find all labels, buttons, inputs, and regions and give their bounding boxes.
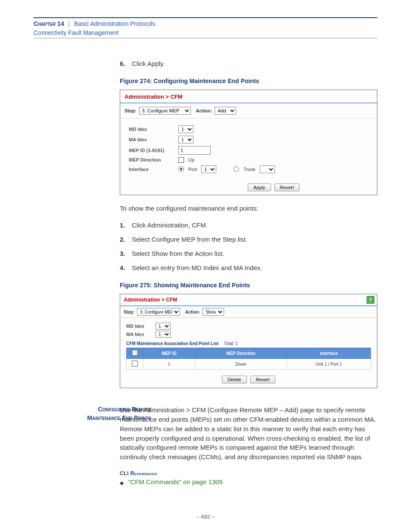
breadcrumb-row: Administration > CFM ? bbox=[120, 294, 377, 305]
table-header-row: MEP ID MEP Direction Interface bbox=[127, 348, 371, 359]
help-icon[interactable]: ? bbox=[367, 296, 374, 304]
header-bottom-rule bbox=[34, 38, 377, 38]
step-action-row: Step: 3. Configure MEP Action: Show bbox=[120, 306, 377, 318]
step-select[interactable]: 3. Configure MEP bbox=[137, 308, 180, 316]
ma-idex-select[interactable]: 1 bbox=[156, 331, 171, 338]
step-number: 6. bbox=[120, 60, 128, 67]
page-number: – 492 – bbox=[34, 513, 377, 520]
breadcrumb: Administration > CFM bbox=[124, 297, 177, 303]
ma-idex-label: MA Idex bbox=[126, 332, 152, 337]
step-4: 4. Select an entry from MD Index and MA … bbox=[120, 264, 377, 271]
select-all-checkbox[interactable] bbox=[132, 350, 138, 356]
form-footer: Delete Revert bbox=[120, 371, 377, 388]
form-body: MD Idex 1 MA Idex 1 CFM Maintenance Asso… bbox=[120, 318, 377, 371]
col-mep-id: MEP ID bbox=[143, 348, 195, 359]
cell-mep-id: 1 bbox=[143, 359, 195, 370]
port-select[interactable]: 1 bbox=[201, 165, 216, 173]
ma-idex-select[interactable]: 1 bbox=[178, 136, 193, 143]
step-3: 3. Select Show from the Action list. bbox=[120, 250, 377, 257]
cli-link[interactable]: "CFM Commands" on page 1309 bbox=[128, 478, 223, 485]
step-number: 3. bbox=[120, 250, 128, 257]
cli-bullet: ◆ "CFM Commands" on page 1309 bbox=[120, 478, 377, 488]
breadcrumb: Administration > CFM bbox=[120, 90, 377, 103]
md-idex-label: MD Idex bbox=[129, 127, 174, 132]
header-subtitle: Connectivity Fault Management bbox=[34, 29, 377, 36]
main-content: 6. Click Apply. Figure 274: Configuring … bbox=[120, 60, 377, 389]
row-checkbox[interactable] bbox=[132, 361, 138, 367]
section-body: Use the Administration > CFM (Configure … bbox=[120, 405, 377, 462]
interface-label: Interface bbox=[129, 167, 174, 172]
mep-table: MEP ID MEP Direction Interface 1 Down Un… bbox=[126, 348, 371, 370]
action-select[interactable]: Show bbox=[202, 308, 224, 316]
form-body: MD Idex 1 MA Idex 1 MEP ID (1-8191) MEP … bbox=[120, 118, 377, 180]
step-number: 4. bbox=[120, 264, 128, 271]
step-text: Select Show from the Action list. bbox=[132, 250, 224, 257]
diamond-icon: ◆ bbox=[120, 478, 124, 488]
step-label: Step: bbox=[124, 310, 134, 314]
list-title-row: CFM Maintenance Association End Point Li… bbox=[126, 341, 371, 346]
delete-button[interactable]: Delete bbox=[222, 376, 247, 383]
page: Chapter 14 | Basic Administration Protoc… bbox=[0, 0, 411, 532]
action-label: Action: bbox=[196, 108, 212, 113]
figure-274-screenshot: Administration > CFM Step: 3. Configure … bbox=[120, 90, 377, 195]
remote-mep-section: Configuring Remote Maintenance End Point… bbox=[34, 405, 377, 488]
header-top-rule bbox=[34, 17, 377, 18]
col-interface: Interface bbox=[287, 348, 371, 359]
mep-direction-checkbox[interactable] bbox=[178, 157, 184, 163]
chapter-label: Chapter 14 bbox=[34, 20, 64, 27]
cell-interface: Unit 1 / Port 1 bbox=[287, 359, 371, 370]
list-total: Total: 1 bbox=[224, 341, 238, 346]
port-label: Port bbox=[188, 167, 197, 172]
step-6: 6. Click Apply. bbox=[120, 60, 377, 67]
step-action-row: Step: 3. Configure MEP Action: Add bbox=[120, 103, 377, 118]
trunk-select[interactable] bbox=[260, 165, 275, 173]
figure-275-caption: Figure 275: Showing Maintenance End Poin… bbox=[120, 282, 377, 289]
action-select[interactable]: Add bbox=[215, 107, 236, 115]
step-number: 1. bbox=[120, 221, 128, 229]
step-text: Select Configure MEP from the Step list. bbox=[132, 236, 247, 243]
select-all-header bbox=[127, 348, 143, 359]
revert-button[interactable]: Revert bbox=[250, 376, 275, 383]
figure-275-screenshot: Administration > CFM ? Step: 3. Configur… bbox=[120, 294, 377, 388]
header-title: Basic Administration Protocols bbox=[74, 20, 155, 27]
action-label: Action: bbox=[185, 310, 200, 314]
step-number: 2. bbox=[120, 236, 128, 243]
trunk-radio[interactable] bbox=[234, 166, 239, 172]
section-heading: Configuring Remote Maintenance End Point… bbox=[67, 405, 151, 422]
figure-274-caption: Figure 274: Configuring Maintenance End … bbox=[120, 78, 377, 84]
step-1: 1. Click Administration, CFM. bbox=[120, 221, 377, 229]
step-select[interactable]: 3. Configure MEP bbox=[139, 107, 191, 115]
step-text: Click Administration, CFM. bbox=[132, 221, 208, 229]
port-radio[interactable] bbox=[178, 166, 184, 172]
intro-paragraph-2: To show the configured maintenance end p… bbox=[120, 204, 377, 213]
ma-idex-label: MA Idex bbox=[129, 137, 174, 142]
form-footer: Apply Revert bbox=[120, 180, 377, 195]
mep-direction-value: Up bbox=[188, 157, 194, 162]
step-text: Click Apply. bbox=[132, 60, 165, 67]
md-idex-select[interactable]: 1 bbox=[156, 323, 171, 330]
table-row: 1 Down Unit 1 / Port 1 bbox=[127, 359, 371, 370]
list-title: CFM Maintenance Association End Point Li… bbox=[126, 341, 218, 346]
col-mep-direction: MEP Direction bbox=[195, 348, 287, 359]
cli-references-heading: CLI References bbox=[120, 470, 377, 476]
row-select-cell bbox=[127, 359, 143, 370]
apply-button[interactable]: Apply bbox=[248, 184, 271, 191]
mep-id-label: MEP ID (1-8191) bbox=[129, 148, 174, 153]
separator: | bbox=[66, 20, 73, 27]
md-idex-select[interactable]: 1 bbox=[178, 125, 193, 133]
cell-mep-direction: Down bbox=[195, 359, 287, 370]
header-line-1: Chapter 14 | Basic Administration Protoc… bbox=[34, 20, 377, 28]
revert-button[interactable]: Revert bbox=[274, 184, 299, 191]
step-label: Step: bbox=[125, 108, 137, 113]
step-2: 2. Select Configure MEP from the Step li… bbox=[120, 236, 377, 243]
mep-direction-label: MEP Direction bbox=[129, 157, 174, 162]
mep-id-input[interactable] bbox=[178, 146, 211, 155]
step-text: Select an entry from MD Index and MA Ind… bbox=[132, 264, 262, 271]
md-idex-label: MD Idex bbox=[126, 324, 152, 329]
trunk-label: Trunk bbox=[243, 167, 255, 172]
